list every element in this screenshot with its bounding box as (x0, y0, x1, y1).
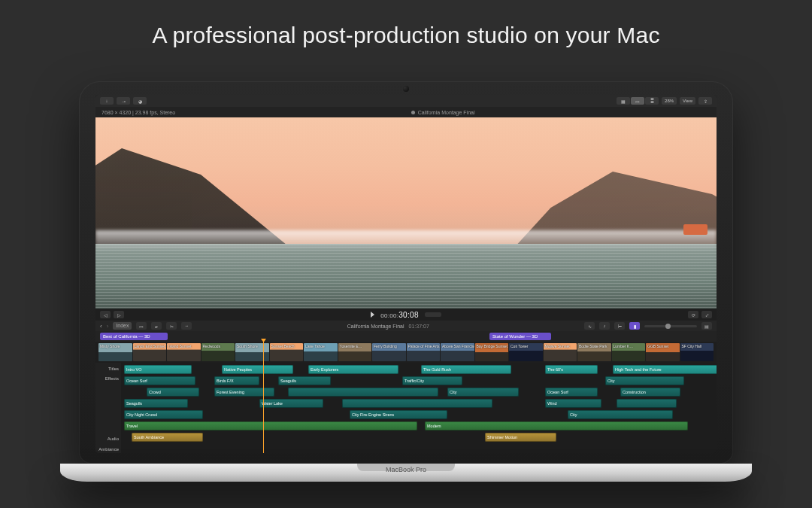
snap-toggle[interactable]: ⊢ (614, 322, 625, 330)
timeline-clip[interactable]: Wind (545, 399, 601, 408)
thumbnail-clip[interactable] (680, 343, 714, 361)
loop-button[interactable]: ⟳ (688, 311, 698, 318)
layout-toggle[interactable]: ▦ ▭ ≣ (617, 97, 659, 105)
timeline-clip[interactable]: Early Explorers (308, 365, 398, 374)
thumbnail-clip[interactable] (167, 343, 201, 361)
clip-appearance[interactable]: ▤ (701, 322, 712, 330)
lane-label (95, 385, 121, 393)
skimmer-prev[interactable]: ◁ (100, 311, 111, 318)
track-lane[interactable]: Intro VONative PeoplesEarly ExplorersThe… (124, 365, 714, 374)
timeline-clip[interactable]: City Night Crowd (124, 410, 203, 419)
hero-headline: A professional post-production studio on… (0, 23, 812, 48)
thumbnail-clip[interactable] (475, 343, 509, 361)
timeline-clip[interactable]: The 60's (545, 365, 598, 374)
timeline-clip[interactable]: Modern (425, 421, 688, 430)
timeline-clip[interactable]: Construction (620, 388, 680, 397)
zoom-slider[interactable] (644, 325, 697, 327)
thumbnail-clip[interactable] (201, 343, 235, 361)
thumbnail-clip[interactable] (98, 343, 132, 361)
timeline-clip[interactable]: Ocean Surf (124, 376, 195, 385)
timeline-clip[interactable]: City (605, 376, 684, 385)
track-lane[interactable]: SeagullsWater LakeWind (124, 399, 714, 408)
timeline-clip[interactable]: Crowd (147, 388, 199, 397)
timeline-clip[interactable]: Travel (124, 421, 417, 430)
thumbnail-track[interactable] (95, 342, 717, 363)
tool-blade[interactable]: ✂ (166, 322, 177, 330)
keyword-button[interactable]: ⊸ (117, 97, 130, 105)
thumbnail-clip[interactable] (612, 343, 646, 361)
timeline-clip[interactable]: Seagulls (124, 399, 188, 408)
thumbnail-clip[interactable] (235, 343, 269, 361)
viewer-info-bar: 7680 × 4320 | 23.98 fps, Stereo Californ… (95, 107, 717, 117)
app-toolbar: ↓ ⊸ ◕ ▦ ▭ ≣ 28% View ⇪ (95, 95, 717, 107)
thumbnail-clip[interactable] (441, 343, 474, 361)
preview-sea (95, 244, 717, 309)
tool-trim[interactable]: ⌀ (151, 322, 162, 330)
timeline-clip[interactable]: Birds F/X (214, 376, 259, 385)
track-lane[interactable]: City Night CrowdCity Fire Engine SirensC… (124, 410, 714, 419)
import-button[interactable]: ↓ (100, 97, 114, 105)
tc-prefix: 00:00: (380, 312, 398, 319)
storyline-chip[interactable]: State of Wonder — 3D (489, 333, 551, 340)
zoom-knob[interactable] (665, 324, 671, 329)
timeline-clip[interactable]: The Gold Rush (421, 365, 511, 374)
timeline-history-fwd[interactable]: › (107, 323, 109, 330)
timeline-clip[interactable]: Native Peoples (222, 365, 293, 374)
video-viewer[interactable] (95, 117, 717, 309)
thumbnail-clip[interactable] (372, 343, 406, 361)
tool-position[interactable]: ↔ (181, 322, 192, 330)
thumbnail-clip[interactable] (407, 343, 441, 361)
skimmer-next[interactable]: ▷ (114, 311, 124, 318)
thumbnail-clip[interactable] (646, 343, 680, 361)
timeline-history-back[interactable]: ‹ (100, 323, 102, 330)
timeline-clip[interactable]: Shimmer Motion (485, 433, 556, 442)
lane-label: Effects (95, 375, 121, 382)
layout-browser[interactable]: ▦ (617, 97, 630, 105)
solo-toggle[interactable]: ▮ (629, 322, 640, 330)
track-lane[interactable]: TravelModern (124, 421, 714, 430)
track-lane[interactable]: Ocean SurfBirds F/XSeagullsTraffic/CityC… (124, 376, 714, 385)
play-icon[interactable] (371, 312, 374, 318)
timeline-clip[interactable]: City (447, 388, 519, 397)
audio-skim-toggle[interactable]: ♪ (599, 322, 610, 330)
timeline-title: California Montage Final (347, 324, 404, 329)
zoom-percent[interactable]: 28% (662, 97, 677, 105)
tool-select[interactable]: ▭ (136, 322, 147, 330)
timeline-clip[interactable]: High Tech and the Future (613, 365, 717, 374)
thumbnail-clip[interactable] (270, 343, 304, 361)
track-lane[interactable]: CrowdForest EveningCityOcean SurfConstru… (124, 388, 714, 397)
timeline-clip[interactable] (288, 388, 438, 397)
storyline-row: Best of California — 3DState of Wonder —… (95, 331, 717, 342)
timeline-clip[interactable]: Water Lake (259, 399, 323, 408)
timeline-clip[interactable]: South Ambiance (132, 433, 203, 442)
storyline-chip[interactable]: Best of California — 3D (100, 333, 168, 340)
thumbnail-clip[interactable] (577, 343, 611, 361)
thumbnail-clip[interactable] (509, 343, 543, 361)
timeline-clip[interactable]: City (568, 410, 673, 419)
tc-big: 30:08 (398, 311, 419, 319)
timeline-clip[interactable]: Seagulls (278, 376, 331, 385)
timeline-clip[interactable]: Ocean Surf (545, 388, 598, 397)
timeline-clip[interactable] (342, 399, 492, 408)
timeline-index-button[interactable]: Index (113, 322, 132, 330)
timeline-clip[interactable]: City Fire Engine Sirens (350, 410, 447, 419)
timeline-clip[interactable]: Traffic/City (402, 376, 462, 385)
track-lane[interactable]: South AmbianceShimmer Motion (124, 433, 714, 442)
share-button[interactable]: ⇪ (698, 97, 712, 105)
layout-dual[interactable]: ▭ (631, 97, 644, 105)
fullscreen-button[interactable]: ⤢ (701, 311, 712, 318)
layout-timeline[interactable]: ≣ (645, 97, 659, 105)
timeline-clip[interactable]: Intro VO (124, 365, 192, 374)
skimming-toggle[interactable]: ∿ (584, 322, 595, 330)
marker-chip[interactable] (683, 224, 707, 235)
bg-tasks-button[interactable]: ◕ (133, 97, 147, 105)
timeline-header: ‹ › Index ▭ ⌀ ✂ ↔ California Montage Fin… (95, 321, 717, 331)
timeline-tracks[interactable]: TitlesEffectsAudioAmbiance Intro VONativ… (95, 363, 717, 453)
thumbnail-clip[interactable] (544, 343, 577, 361)
thumbnail-clip[interactable] (338, 343, 372, 361)
thumbnail-clip[interactable] (304, 343, 338, 361)
view-menu[interactable]: View (680, 97, 695, 105)
timeline-clip[interactable] (617, 399, 677, 408)
timeline-clip[interactable]: Forest Evening (214, 388, 274, 397)
thumbnail-clip[interactable] (133, 343, 167, 361)
